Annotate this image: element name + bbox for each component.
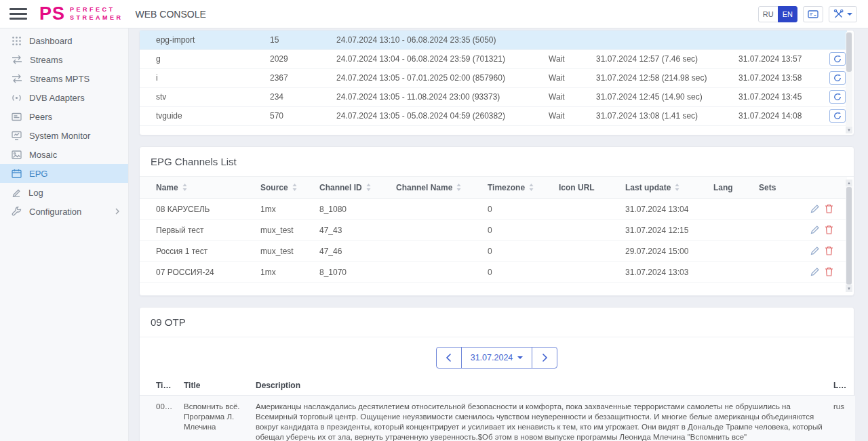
- channel-timezone: 0: [482, 241, 553, 262]
- scrollbar-thumb[interactable]: [846, 33, 852, 72]
- channel-icon-url: [553, 241, 620, 262]
- sidebar-item-label: Log: [28, 188, 43, 198]
- channel-source: mux_test: [255, 241, 314, 262]
- column-header-description: Description: [250, 377, 828, 396]
- configuration-icon: [12, 207, 22, 217]
- streams-mpts-icon: [12, 74, 22, 83]
- delete-channel-button[interactable]: [823, 245, 835, 259]
- system-monitor-icon: [12, 131, 22, 140]
- top-bar: PS PERFECT STREAMER WEB CONSOLE RU EN: [0, 0, 868, 28]
- chevron-left-icon: [446, 354, 452, 362]
- channel-timezone: 0: [482, 262, 553, 283]
- sort-icon: [675, 184, 679, 191]
- table-row[interactable]: Россия 1 тест mux_test 47_46 0 29.07.202…: [140, 241, 847, 262]
- page-title: WEB CONSOLE: [136, 9, 206, 20]
- language-switcher: RU EN: [758, 6, 797, 22]
- channel-lang: [708, 199, 753, 220]
- sidebar-item-dvb-adapters[interactable]: DVB Adapters: [0, 88, 128, 107]
- sort-icon: [529, 184, 534, 191]
- source-next-run: 31.07.2024 13:57: [733, 49, 824, 68]
- menu-toggle-button[interactable]: [9, 7, 27, 20]
- table-row[interactable]: 00:20 Вспомнить всё. Программа Л. Млечин…: [140, 396, 855, 441]
- column-header-icon-url[interactable]: Icon URL: [553, 177, 620, 199]
- sidebar-item-epg[interactable]: EPG: [0, 164, 128, 183]
- column-header-sets[interactable]: Sets: [753, 177, 803, 199]
- sidebar-item-mosaic[interactable]: Mosaic: [0, 145, 128, 164]
- column-header-lang[interactable]: Lang: [708, 177, 753, 199]
- channel-id: 8_1080: [314, 199, 391, 220]
- source-next-run: [733, 30, 824, 49]
- current-date-label: 31.07.2024: [471, 353, 513, 362]
- delete-channel-button[interactable]: [823, 224, 835, 238]
- source-status: Wait: [543, 68, 591, 87]
- edit-channel-button[interactable]: [809, 203, 821, 217]
- reload-icon: [833, 55, 842, 63]
- channel-icon-url: [553, 262, 620, 283]
- reload-source-button[interactable]: [829, 71, 846, 85]
- reload-source-button[interactable]: [829, 109, 846, 123]
- sidebar-item-streams-mpts[interactable]: Streams MPTS: [0, 69, 128, 88]
- tools-dropdown-button[interactable]: [829, 6, 857, 22]
- column-header-title: Title: [178, 377, 250, 396]
- table-row[interactable]: epg-import 15 24.07.2024 13:10 - 06.08.2…: [140, 30, 847, 49]
- sidebar-item-peers[interactable]: Peers: [0, 107, 128, 126]
- edit-channel-button[interactable]: [809, 266, 821, 280]
- logo-ps: PS: [39, 5, 65, 23]
- sidebar-item-log[interactable]: Log: [0, 183, 128, 202]
- card-icon: [808, 9, 818, 19]
- lang-en-button[interactable]: EN: [778, 6, 797, 22]
- scroll-down-arrow-icon[interactable]: ▼: [846, 285, 852, 292]
- column-header-timezone[interactable]: Timezone: [482, 177, 553, 199]
- scrollbar[interactable]: ▲ ▼: [846, 180, 852, 293]
- scrollbar-thumb[interactable]: [846, 187, 852, 285]
- log-icon: [12, 188, 21, 197]
- scroll-down-arrow-icon[interactable]: ▼: [846, 127, 852, 133]
- column-header-source[interactable]: Source: [255, 177, 314, 199]
- source-count: 15: [264, 30, 331, 49]
- reload-source-button[interactable]: [829, 52, 846, 66]
- sidebar-item-system-monitor[interactable]: System Monitor: [0, 126, 128, 145]
- prev-day-button[interactable]: [436, 347, 462, 369]
- column-header-channel-name[interactable]: Channel Name: [391, 177, 482, 199]
- logo-line1: PERFECT: [70, 7, 123, 13]
- source-status: Wait: [543, 87, 591, 106]
- source-last-run: 31.07.2024 12:45 (14.90 sec): [591, 87, 733, 106]
- channel-icon-url: [553, 220, 620, 241]
- channel-last-update: 31.07.2024 13:03: [620, 262, 708, 283]
- edit-channel-button[interactable]: [809, 245, 821, 259]
- column-header-last-update[interactable]: Last update: [620, 177, 708, 199]
- mosaic-icon: [12, 150, 22, 159]
- column-header-name[interactable]: Name: [140, 177, 255, 199]
- channel-id: 8_1070: [314, 262, 391, 283]
- channel-source: 1mx: [255, 199, 314, 220]
- next-day-button[interactable]: [532, 347, 557, 369]
- table-row[interactable]: stv 234 24.07.2024 13:05 - 11.08.2024 23…: [140, 87, 847, 106]
- delete-channel-button[interactable]: [823, 203, 835, 217]
- channel-lang: [708, 262, 753, 283]
- table-row[interactable]: Первый тест mux_test 47_43 0 31.07.2024 …: [140, 220, 847, 241]
- delete-channel-button[interactable]: [823, 266, 835, 280]
- scrollbar[interactable]: ▼: [846, 32, 852, 133]
- streams-icon: [12, 55, 22, 64]
- source-status: Wait: [543, 49, 591, 68]
- table-row[interactable]: 07 РОССИЯ-24 1mx 8_1070 0 31.07.2024 13:…: [140, 262, 847, 283]
- sidebar: Dashboard Streams Streams MPTS DVB Adapt…: [0, 28, 129, 441]
- license-button[interactable]: [803, 6, 823, 22]
- sidebar-item-dashboard[interactable]: Dashboard: [0, 31, 128, 50]
- table-row[interactable]: i 2367 24.07.2024 13:05 - 07.01.2025 02:…: [140, 68, 847, 87]
- sidebar-item-configuration[interactable]: Configuration: [0, 202, 128, 221]
- sidebar-item-streams[interactable]: Streams: [0, 50, 128, 69]
- table-row[interactable]: g 2029 24.07.2024 13:04 - 06.08.2024 23:…: [140, 49, 847, 68]
- scroll-up-arrow-icon[interactable]: ▲: [846, 180, 852, 186]
- reload-source-button[interactable]: [829, 90, 846, 104]
- table-row[interactable]: tvguide 570 24.07.2024 13:05 - 05.08.202…: [140, 106, 847, 125]
- date-dropdown-button[interactable]: 31.07.2024: [461, 347, 533, 369]
- table-row[interactable]: 08 КАРУСЕЛЬ 1mx 8_1080 0 31.07.2024 13:0…: [140, 199, 847, 220]
- lang-ru-button[interactable]: RU: [758, 6, 778, 22]
- panel-title: EPG Channels List: [140, 147, 854, 177]
- column-header-channel-id[interactable]: Channel ID: [314, 177, 391, 199]
- edit-channel-button[interactable]: [809, 224, 821, 238]
- channel-name: 07 РОССИЯ-24: [140, 262, 255, 283]
- channel-last-update: 29.07.2024 15:00: [620, 241, 708, 262]
- sidebar-item-label: Peers: [29, 112, 52, 122]
